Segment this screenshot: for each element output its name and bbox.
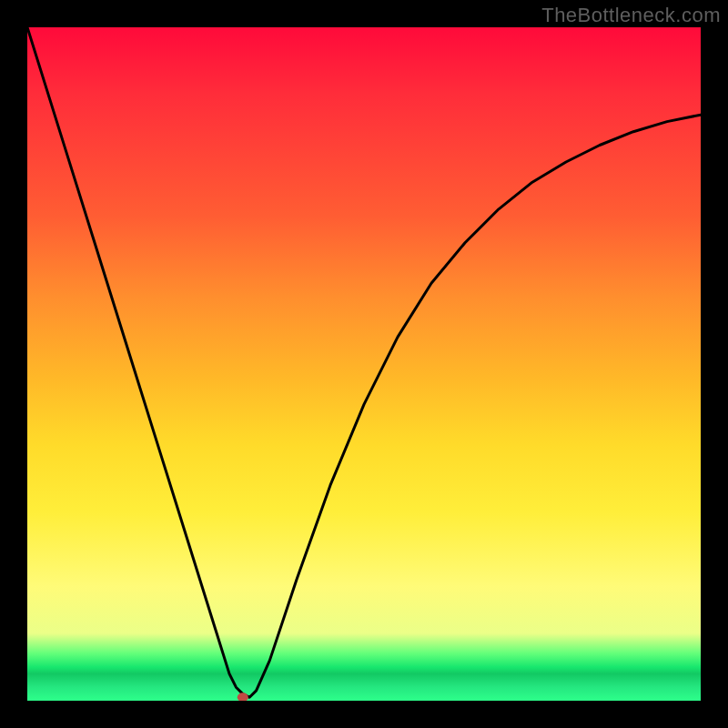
plot-area [27, 27, 701, 701]
bottleneck-curve [27, 27, 701, 701]
watermark-label: TheBottleneck.com [541, 4, 721, 27]
chart-frame: TheBottleneck.com [0, 0, 728, 728]
minimum-marker-icon [238, 693, 248, 701]
